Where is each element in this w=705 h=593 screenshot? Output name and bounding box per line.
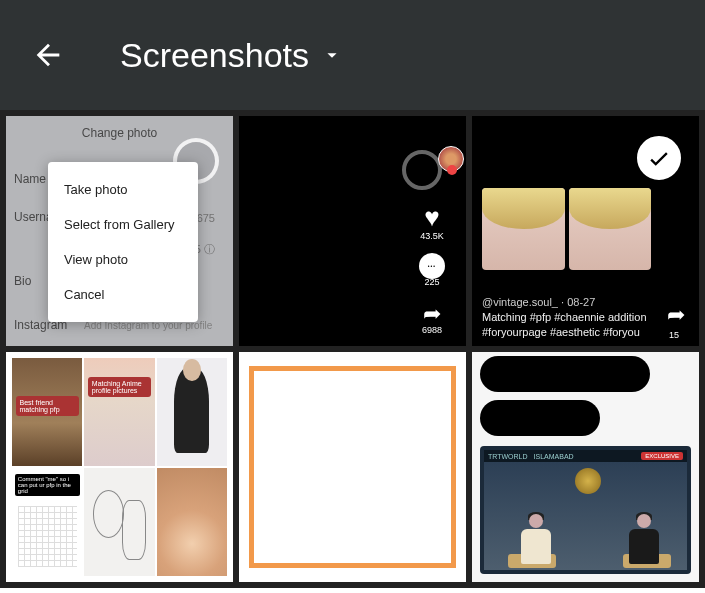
t5-orange-frame bbox=[249, 366, 456, 568]
t6-location: ISLAMABAD bbox=[534, 453, 574, 460]
heart-icon: ♥ bbox=[412, 202, 452, 233]
person-icon bbox=[521, 514, 551, 564]
t6-stage bbox=[484, 462, 687, 570]
thumbnail-6[interactable]: TRTWORLD ISLAMABAD EXCLUSIVE bbox=[472, 352, 699, 582]
folder-title: Screenshots bbox=[120, 36, 309, 75]
redaction-bar-icon bbox=[480, 356, 650, 392]
back-button[interactable] bbox=[24, 31, 72, 79]
t1-menu-take-photo: Take photo bbox=[48, 172, 198, 207]
t6-broadcast-bar: TRTWORLD ISLAMABAD EXCLUSIVE bbox=[484, 450, 687, 462]
chevron-down-icon bbox=[321, 44, 343, 66]
t4-subgrid: Best friend matching pfp Matching Anime … bbox=[12, 358, 227, 576]
t2-comment-count: 225 bbox=[412, 277, 452, 287]
t4-cell4-banner: Comment "me" so i can put ur pfp in the … bbox=[15, 474, 80, 496]
t1-menu-cancel: Cancel bbox=[48, 277, 198, 312]
t3-image-row bbox=[482, 188, 651, 270]
avatar-icon bbox=[438, 146, 464, 172]
t2-action-column: ♥ 43.5K ••• 225 ➦ 6988 bbox=[412, 202, 452, 335]
person-icon bbox=[629, 514, 659, 564]
thumbnail-3[interactable]: @vintage.soul_ · 08-27 Matching #pfp #ch… bbox=[472, 116, 699, 346]
redaction-bar-icon bbox=[480, 400, 600, 436]
t6-channel: TRTWORLD bbox=[488, 453, 528, 460]
selection-check-icon bbox=[637, 136, 681, 180]
t4-cell-1: Best friend matching pfp bbox=[12, 358, 82, 466]
t4-cell-6 bbox=[157, 468, 227, 576]
t4-cell-4: Comment "me" so i can put ur pfp in the … bbox=[12, 468, 82, 576]
comment-icon: ••• bbox=[419, 253, 445, 279]
emblem-icon bbox=[575, 468, 601, 494]
t1-menu-view-photo: View photo bbox=[48, 242, 198, 277]
t3-caption-line1: Matching #pfp #chaennie addition bbox=[482, 311, 651, 324]
t3-share-count: 15 bbox=[669, 330, 679, 340]
t3-user-line: @vintage.soul_ · 08-27 bbox=[482, 296, 595, 308]
share-icon: ➦ bbox=[667, 302, 685, 328]
t3-caption-line2: #foryourpage #aesthetic #foryou bbox=[482, 326, 640, 338]
t4-cell-5 bbox=[84, 468, 154, 576]
t2-share-count: 6988 bbox=[412, 325, 452, 335]
thumbnail-4[interactable]: Best friend matching pfp Matching Anime … bbox=[6, 352, 233, 582]
t1-menu-select-gallery: Select from Gallery bbox=[48, 207, 198, 242]
share-icon: ➦ bbox=[412, 301, 452, 327]
thumbnail-grid: Change photo Name Userna Bio Instagram ,… bbox=[0, 110, 705, 588]
t4-cell-2: Matching Anime profile pictures bbox=[84, 358, 154, 466]
thumbnail-5[interactable] bbox=[239, 352, 466, 582]
thumbnail-1[interactable]: Change photo Name Userna Bio Instagram ,… bbox=[6, 116, 233, 346]
check-icon bbox=[646, 145, 672, 171]
arrow-left-icon bbox=[31, 38, 65, 72]
t4-cell-3 bbox=[157, 358, 227, 466]
face-image-icon bbox=[482, 188, 565, 270]
gallery-screen: Screenshots Change photo Name Userna Bio… bbox=[0, 0, 705, 593]
t4-cell1-banner: Best friend matching pfp bbox=[16, 396, 79, 416]
top-bar: Screenshots bbox=[0, 0, 705, 110]
thumbnail-2[interactable]: ♥ 43.5K ••• 225 ➦ 6988 bbox=[239, 116, 466, 346]
folder-dropdown[interactable]: Screenshots bbox=[120, 36, 343, 75]
t1-context-menu: Take photo Select from Gallery View phot… bbox=[48, 162, 198, 322]
t6-broadcast-frame: TRTWORLD ISLAMABAD EXCLUSIVE bbox=[480, 446, 691, 574]
t6-tag: EXCLUSIVE bbox=[641, 452, 683, 460]
t2-like-count: 43.5K bbox=[412, 231, 452, 241]
t4-cell2-banner: Matching Anime profile pictures bbox=[88, 377, 151, 397]
face-image-icon bbox=[569, 188, 652, 270]
selection-circle-icon bbox=[402, 150, 442, 190]
